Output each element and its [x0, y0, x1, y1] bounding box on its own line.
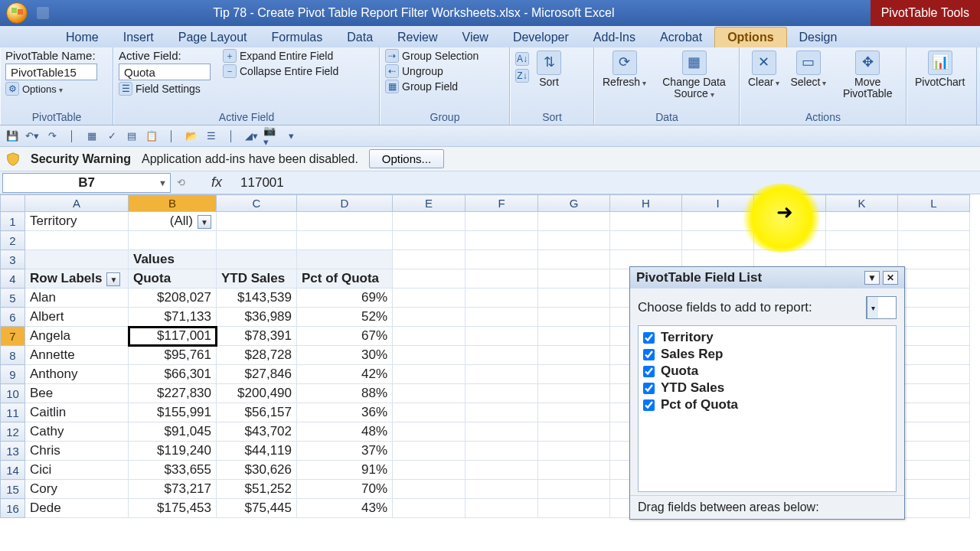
cell[interactable]: 70%	[297, 480, 393, 499]
cell[interactable]	[393, 212, 466, 231]
field-checkbox[interactable]	[643, 349, 655, 360]
tab-data[interactable]: Data	[335, 28, 385, 47]
cell[interactable]	[393, 442, 466, 461]
cell[interactable]	[393, 346, 466, 365]
cell[interactable]: Annette	[25, 346, 129, 365]
cell[interactable]	[538, 365, 610, 384]
cell[interactable]: 42%	[297, 365, 393, 384]
field-list-dropdown-icon[interactable]: ▼	[864, 271, 880, 285]
tab-insert[interactable]: Insert	[111, 28, 166, 47]
cell[interactable]: 43%	[297, 499, 393, 518]
cell[interactable]	[898, 231, 970, 250]
row-header[interactable]: 14	[1, 461, 25, 480]
cell[interactable]	[217, 212, 297, 231]
qat-btn-1[interactable]: ▦	[84, 129, 100, 144]
clear-button[interactable]: ✕Clear	[745, 49, 782, 90]
tab-design[interactable]: Design	[787, 28, 850, 47]
col-header-K[interactable]: K	[826, 195, 898, 212]
row-header[interactable]: 5	[1, 289, 25, 308]
cell[interactable]: 91%	[297, 461, 393, 480]
col-header-I[interactable]: I	[682, 195, 754, 212]
cell[interactable]	[393, 403, 466, 422]
office-button[interactable]	[0, 0, 34, 26]
cell[interactable]	[466, 250, 538, 269]
cell[interactable]	[682, 231, 754, 250]
cell[interactable]	[217, 231, 297, 250]
fx-icon[interactable]: fx	[188, 174, 236, 191]
field-checkbox[interactable]	[643, 332, 655, 344]
select-all-corner[interactable]	[1, 195, 25, 212]
field-settings-button[interactable]: ☰ Field Settings	[119, 82, 211, 96]
cell[interactable]	[898, 422, 970, 442]
qat-save-icon[interactable]	[37, 7, 49, 19]
cell[interactable]	[898, 442, 970, 461]
redo-icon[interactable]: ↷	[44, 129, 60, 144]
ungroup-button[interactable]: ⇠Ungroup	[385, 64, 479, 78]
cell[interactable]	[538, 269, 610, 289]
cell[interactable]	[466, 308, 538, 327]
cell[interactable]	[538, 442, 610, 461]
tab-page-layout[interactable]: Page Layout	[166, 28, 260, 47]
cell[interactable]: Alan	[25, 289, 129, 308]
row-header[interactable]: 6	[1, 308, 25, 327]
cell[interactable]: Chris	[25, 442, 129, 461]
qat-btn-6[interactable]: ☰	[204, 129, 219, 144]
cell[interactable]	[466, 403, 538, 422]
expand-field-button[interactable]: ＋ Expand Entire Field	[223, 49, 338, 63]
row-header[interactable]: 2	[1, 231, 25, 250]
cell[interactable]: 52%	[297, 308, 393, 327]
cell[interactable]: Pct of Quota	[297, 269, 393, 289]
qat-btn-7[interactable]: ◢▾	[243, 129, 259, 144]
cell[interactable]	[466, 289, 538, 308]
cell[interactable]: Cathy	[25, 422, 129, 442]
cell[interactable]	[898, 250, 970, 269]
cell[interactable]: $28,728	[217, 346, 297, 365]
cell[interactable]: 48%	[297, 422, 393, 442]
cell[interactable]	[466, 346, 538, 365]
cell[interactable]	[538, 212, 610, 231]
cell[interactable]	[393, 231, 466, 250]
refresh-button[interactable]: ⟳Refresh	[599, 49, 649, 90]
select-button[interactable]: ▭Select	[787, 49, 829, 90]
group-selection-button[interactable]: ⇢Group Selection	[385, 49, 479, 63]
row-header[interactable]: 12	[1, 422, 25, 442]
cell[interactable]	[538, 327, 610, 346]
cell[interactable]	[898, 480, 970, 499]
row-header[interactable]: 4	[1, 269, 25, 289]
field-checkbox[interactable]	[643, 383, 655, 394]
cell[interactable]	[898, 403, 970, 422]
field-list-layout-button[interactable]	[866, 296, 897, 319]
row-header[interactable]: 13	[1, 442, 25, 461]
field-checkbox[interactable]	[643, 366, 655, 377]
cell[interactable]	[898, 384, 970, 403]
cell[interactable]	[393, 250, 466, 269]
col-header-E[interactable]: E	[393, 195, 466, 212]
cell[interactable]	[826, 231, 898, 250]
cell[interactable]: $227,830	[129, 384, 217, 403]
cell[interactable]: Angela	[25, 327, 129, 346]
tab-options[interactable]: Options	[714, 27, 786, 47]
col-header-C[interactable]: C	[217, 195, 297, 212]
row-header[interactable]: 8	[1, 346, 25, 365]
col-header-L[interactable]: L	[898, 195, 970, 212]
cell[interactable]: $66,301	[129, 365, 217, 384]
tab-developer[interactable]: Developer	[501, 28, 581, 47]
col-header-A[interactable]: A	[25, 195, 129, 212]
cell[interactable]	[538, 250, 610, 269]
group-field-button[interactable]: ▦Group Field	[385, 80, 479, 93]
cell[interactable]	[466, 461, 538, 480]
filter-dropdown-icon[interactable]: ▼	[198, 215, 211, 229]
tab-acrobat[interactable]: Acrobat	[648, 28, 714, 47]
save-icon[interactable]: 💾	[5, 129, 20, 144]
cell[interactable]	[466, 365, 538, 384]
cell[interactable]	[610, 231, 682, 250]
cell[interactable]	[538, 480, 610, 499]
cell[interactable]: $119,240	[129, 442, 217, 461]
cell[interactable]: 69%	[297, 289, 393, 308]
cell[interactable]	[538, 499, 610, 518]
cell[interactable]: $91,045	[129, 422, 217, 442]
cell[interactable]: $95,761	[129, 346, 217, 365]
field-territory[interactable]: Territory	[643, 329, 891, 346]
cell[interactable]	[393, 327, 466, 346]
cell[interactable]	[393, 499, 466, 518]
